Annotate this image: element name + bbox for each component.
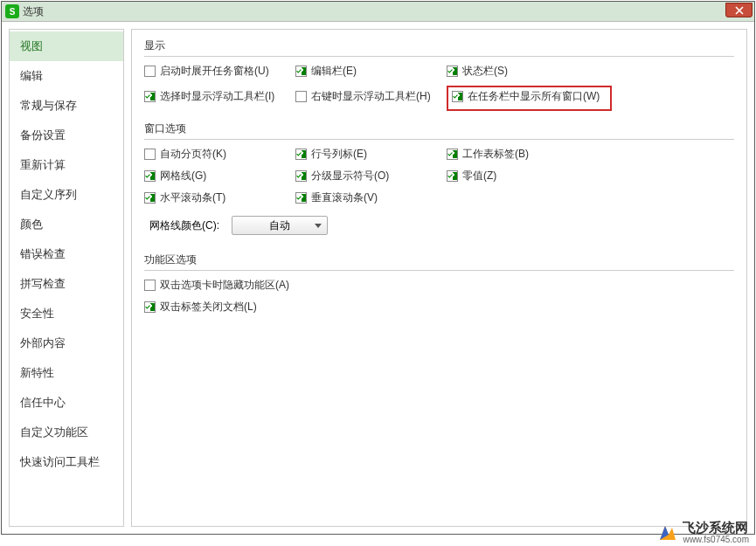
checkbox-label: 选择时显示浮动工具栏(I) <box>160 89 274 104</box>
sidebar-item-10[interactable]: 外部内容 <box>10 328 123 358</box>
sidebar-item-2[interactable]: 常规与保存 <box>10 91 123 121</box>
checkbox-icon <box>295 66 307 77</box>
window-title: 选项 <box>23 4 44 19</box>
window-check-7[interactable]: 垂直滚动条(V) <box>295 190 440 205</box>
checkbox-icon <box>144 301 156 313</box>
checkbox-label: 零值(Z) <box>462 169 496 183</box>
checkbox-icon <box>144 66 156 77</box>
watermark-icon <box>656 521 679 543</box>
checkbox-icon <box>447 149 458 160</box>
sidebar-item-9[interactable]: 安全性 <box>10 299 123 328</box>
checkbox-label: 启动时展开任务窗格(U) <box>160 64 269 79</box>
gridcolor-dropdown[interactable]: 自动 <box>232 216 328 235</box>
checkbox-icon <box>447 170 458 182</box>
checkbox-label: 双击选项卡时隐藏功能区(A) <box>160 278 289 293</box>
display-check-4[interactable]: 右键时显示浮动工具栏(H) <box>295 86 440 107</box>
checkbox-label: 行号列标(E) <box>311 147 367 162</box>
checkbox-label: 自动分页符(K) <box>160 147 226 162</box>
sidebar-item-7[interactable]: 错误检查 <box>10 239 123 269</box>
watermark: 飞沙系统网 www.fs0745.com <box>656 521 749 545</box>
highlight-box: 在任务栏中显示所有窗口(W) <box>447 86 612 111</box>
window-check-2[interactable]: 工作表标签(B) <box>447 147 529 162</box>
close-button[interactable] <box>725 3 753 17</box>
ribbon-check-0[interactable]: 双击选项卡时隐藏功能区(A) <box>144 278 289 293</box>
window-check-0[interactable]: 自动分页符(K) <box>144 147 288 162</box>
section-title-display: 显示 <box>144 38 734 57</box>
window-check-6[interactable]: 水平滚动条(T) <box>144 190 288 205</box>
checkbox-icon <box>295 170 307 182</box>
section-title-window: 窗口选项 <box>144 121 734 140</box>
app-icon: S <box>5 4 19 18</box>
window-check-5[interactable]: 零值(Z) <box>447 169 496 183</box>
section-title-ribbon: 功能区选项 <box>144 252 734 271</box>
gridcolor-label: 网格线颜色(C): <box>149 218 219 233</box>
checkbox-icon <box>144 192 156 204</box>
sidebar-item-12[interactable]: 信任中心 <box>10 388 123 418</box>
sidebar-item-0[interactable]: 视图 <box>10 31 123 61</box>
watermark-url: www.fs0745.com <box>683 535 749 544</box>
sidebar-item-4[interactable]: 重新计算 <box>10 150 123 180</box>
checkbox-label: 双击标签关闭文档(L) <box>160 300 257 314</box>
checkbox-label: 在任务栏中显示所有窗口(W) <box>468 89 600 104</box>
display-check-5[interactable]: 在任务栏中显示所有窗口(W) <box>452 89 600 104</box>
checkbox-icon <box>452 91 463 102</box>
checkbox-label: 右键时显示浮动工具栏(H) <box>311 89 431 104</box>
checkbox-label: 工作表标签(B) <box>462 147 529 162</box>
main-panel: 显示 启动时展开任务窗格(U)编辑栏(E)状态栏(S) 选择时显示浮动工具栏(I… <box>131 29 747 527</box>
sidebar-item-8[interactable]: 拼写检查 <box>10 269 123 299</box>
sidebar-item-6[interactable]: 颜色 <box>10 210 123 239</box>
checkbox-label: 状态栏(S) <box>462 64 508 79</box>
checkbox-label: 网格线(G) <box>160 169 206 183</box>
checkbox-icon <box>144 91 156 102</box>
checkbox-label: 编辑栏(E) <box>311 64 357 79</box>
display-check-2[interactable]: 状态栏(S) <box>447 64 508 79</box>
checkbox-icon <box>295 192 307 204</box>
checkbox-icon <box>144 170 156 182</box>
checkbox-icon <box>447 66 458 77</box>
ribbon-check-1[interactable]: 双击标签关闭文档(L) <box>144 300 257 314</box>
window-check-4[interactable]: 分级显示符号(O) <box>295 169 440 183</box>
watermark-title: 飞沙系统网 <box>683 521 749 536</box>
display-check-3[interactable]: 选择时显示浮动工具栏(I) <box>144 86 288 107</box>
checkbox-icon <box>144 280 156 291</box>
close-icon <box>735 6 744 15</box>
sidebar: 视图编辑常规与保存备份设置重新计算自定义序列颜色错误检查拼写检查安全性外部内容新… <box>9 29 124 527</box>
display-check-0[interactable]: 启动时展开任务窗格(U) <box>144 64 288 79</box>
sidebar-item-13[interactable]: 自定义功能区 <box>10 418 123 447</box>
window-check-1[interactable]: 行号列标(E) <box>295 147 440 162</box>
gridcolor-value: 自动 <box>269 218 290 233</box>
window-check-3[interactable]: 网格线(G) <box>144 169 288 183</box>
chevron-down-icon <box>315 224 322 228</box>
checkbox-icon <box>144 149 156 160</box>
titlebar: S 选项 <box>2 2 754 22</box>
checkbox-icon <box>295 91 307 102</box>
checkbox-icon <box>295 149 307 160</box>
sidebar-item-5[interactable]: 自定义序列 <box>10 180 123 210</box>
display-check-1[interactable]: 编辑栏(E) <box>295 64 440 79</box>
sidebar-item-14[interactable]: 快速访问工具栏 <box>10 447 123 477</box>
sidebar-item-3[interactable]: 备份设置 <box>10 121 123 150</box>
checkbox-label: 垂直滚动条(V) <box>311 190 378 205</box>
sidebar-item-11[interactable]: 新特性 <box>10 358 123 388</box>
checkbox-label: 水平滚动条(T) <box>160 190 225 205</box>
sidebar-item-1[interactable]: 编辑 <box>10 61 123 91</box>
checkbox-label: 分级显示符号(O) <box>311 169 389 183</box>
